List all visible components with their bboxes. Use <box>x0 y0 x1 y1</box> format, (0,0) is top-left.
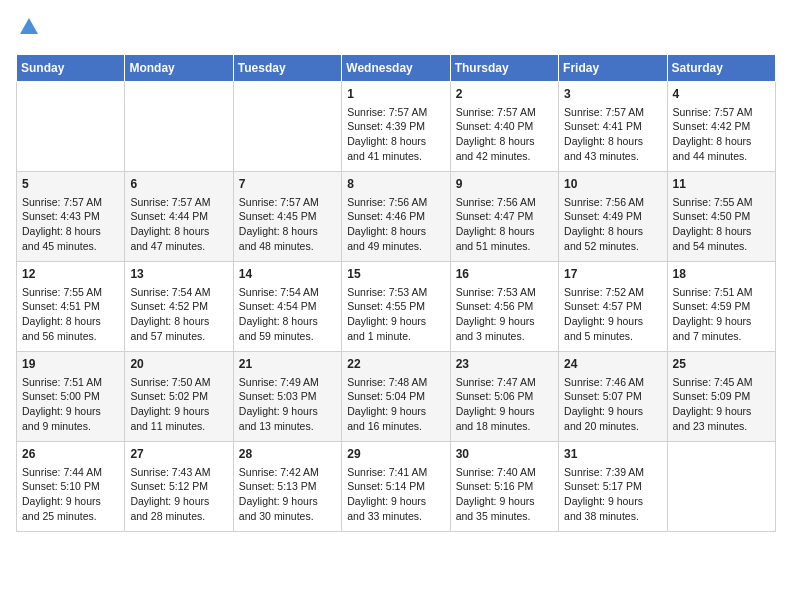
calendar-cell: 8Sunrise: 7:56 AMSunset: 4:46 PMDaylight… <box>342 172 450 262</box>
calendar-cell: 4Sunrise: 7:57 AMSunset: 4:42 PMDaylight… <box>667 82 775 172</box>
day-number: 12 <box>22 266 119 283</box>
calendar-header-row: SundayMondayTuesdayWednesdayThursdayFrid… <box>17 55 776 82</box>
sunset-text: Sunset: 5:04 PM <box>347 390 425 402</box>
daylight-text: Daylight: 8 hours and 41 minutes. <box>347 135 426 162</box>
calendar-cell: 3Sunrise: 7:57 AMSunset: 4:41 PMDaylight… <box>559 82 667 172</box>
daylight-text: Daylight: 9 hours and 38 minutes. <box>564 495 643 522</box>
daylight-text: Daylight: 8 hours and 57 minutes. <box>130 315 209 342</box>
day-number: 13 <box>130 266 227 283</box>
sunrise-text: Sunrise: 7:57 AM <box>456 106 536 118</box>
daylight-text: Daylight: 8 hours and 51 minutes. <box>456 225 535 252</box>
sunrise-text: Sunrise: 7:57 AM <box>564 106 644 118</box>
sunset-text: Sunset: 4:42 PM <box>673 120 751 132</box>
calendar-cell: 9Sunrise: 7:56 AMSunset: 4:47 PMDaylight… <box>450 172 558 262</box>
calendar-cell: 12Sunrise: 7:55 AMSunset: 4:51 PMDayligh… <box>17 262 125 352</box>
daylight-text: Daylight: 9 hours and 28 minutes. <box>130 495 209 522</box>
column-header-thursday: Thursday <box>450 55 558 82</box>
day-number: 8 <box>347 176 444 193</box>
calendar-cell <box>233 82 341 172</box>
day-number: 4 <box>673 86 770 103</box>
daylight-text: Daylight: 8 hours and 44 minutes. <box>673 135 752 162</box>
daylight-text: Daylight: 9 hours and 33 minutes. <box>347 495 426 522</box>
day-number: 31 <box>564 446 661 463</box>
day-number: 17 <box>564 266 661 283</box>
sunset-text: Sunset: 4:56 PM <box>456 300 534 312</box>
sunrise-text: Sunrise: 7:53 AM <box>347 286 427 298</box>
daylight-text: Daylight: 9 hours and 16 minutes. <box>347 405 426 432</box>
day-number: 21 <box>239 356 336 373</box>
calendar-cell: 11Sunrise: 7:55 AMSunset: 4:50 PMDayligh… <box>667 172 775 262</box>
sunset-text: Sunset: 5:14 PM <box>347 480 425 492</box>
calendar-cell: 7Sunrise: 7:57 AMSunset: 4:45 PMDaylight… <box>233 172 341 262</box>
sunrise-text: Sunrise: 7:56 AM <box>564 196 644 208</box>
sunset-text: Sunset: 5:13 PM <box>239 480 317 492</box>
daylight-text: Daylight: 8 hours and 45 minutes. <box>22 225 101 252</box>
sunrise-text: Sunrise: 7:46 AM <box>564 376 644 388</box>
sunset-text: Sunset: 5:17 PM <box>564 480 642 492</box>
sunrise-text: Sunrise: 7:57 AM <box>239 196 319 208</box>
sunset-text: Sunset: 4:59 PM <box>673 300 751 312</box>
day-number: 14 <box>239 266 336 283</box>
calendar-cell: 18Sunrise: 7:51 AMSunset: 4:59 PMDayligh… <box>667 262 775 352</box>
sunrise-text: Sunrise: 7:43 AM <box>130 466 210 478</box>
sunset-text: Sunset: 4:46 PM <box>347 210 425 222</box>
day-number: 16 <box>456 266 553 283</box>
sunrise-text: Sunrise: 7:48 AM <box>347 376 427 388</box>
sunset-text: Sunset: 4:54 PM <box>239 300 317 312</box>
daylight-text: Daylight: 9 hours and 5 minutes. <box>564 315 643 342</box>
sunset-text: Sunset: 4:40 PM <box>456 120 534 132</box>
sunrise-text: Sunrise: 7:57 AM <box>673 106 753 118</box>
sunrise-text: Sunrise: 7:57 AM <box>22 196 102 208</box>
sunset-text: Sunset: 5:02 PM <box>130 390 208 402</box>
sunset-text: Sunset: 5:00 PM <box>22 390 100 402</box>
calendar-cell: 16Sunrise: 7:53 AMSunset: 4:56 PMDayligh… <box>450 262 558 352</box>
day-number: 19 <box>22 356 119 373</box>
day-number: 30 <box>456 446 553 463</box>
sunset-text: Sunset: 4:43 PM <box>22 210 100 222</box>
daylight-text: Daylight: 9 hours and 9 minutes. <box>22 405 101 432</box>
sunrise-text: Sunrise: 7:51 AM <box>22 376 102 388</box>
daylight-text: Daylight: 9 hours and 7 minutes. <box>673 315 752 342</box>
sunrise-text: Sunrise: 7:54 AM <box>130 286 210 298</box>
calendar-cell: 13Sunrise: 7:54 AMSunset: 4:52 PMDayligh… <box>125 262 233 352</box>
day-number: 20 <box>130 356 227 373</box>
sunrise-text: Sunrise: 7:50 AM <box>130 376 210 388</box>
daylight-text: Daylight: 9 hours and 20 minutes. <box>564 405 643 432</box>
daylight-text: Daylight: 8 hours and 43 minutes. <box>564 135 643 162</box>
sunrise-text: Sunrise: 7:44 AM <box>22 466 102 478</box>
day-number: 9 <box>456 176 553 193</box>
day-number: 22 <box>347 356 444 373</box>
column-header-monday: Monday <box>125 55 233 82</box>
calendar-cell <box>125 82 233 172</box>
day-number: 1 <box>347 86 444 103</box>
sunset-text: Sunset: 4:41 PM <box>564 120 642 132</box>
calendar-cell: 2Sunrise: 7:57 AMSunset: 4:40 PMDaylight… <box>450 82 558 172</box>
column-header-friday: Friday <box>559 55 667 82</box>
daylight-text: Daylight: 8 hours and 42 minutes. <box>456 135 535 162</box>
day-number: 23 <box>456 356 553 373</box>
sunrise-text: Sunrise: 7:45 AM <box>673 376 753 388</box>
logo-icon <box>18 16 40 42</box>
page-header <box>16 16 776 42</box>
column-header-tuesday: Tuesday <box>233 55 341 82</box>
sunset-text: Sunset: 4:52 PM <box>130 300 208 312</box>
sunrise-text: Sunrise: 7:41 AM <box>347 466 427 478</box>
sunrise-text: Sunrise: 7:55 AM <box>22 286 102 298</box>
sunrise-text: Sunrise: 7:56 AM <box>456 196 536 208</box>
calendar-cell: 5Sunrise: 7:57 AMSunset: 4:43 PMDaylight… <box>17 172 125 262</box>
sunset-text: Sunset: 4:50 PM <box>673 210 751 222</box>
day-number: 3 <box>564 86 661 103</box>
calendar-cell: 6Sunrise: 7:57 AMSunset: 4:44 PMDaylight… <box>125 172 233 262</box>
sunset-text: Sunset: 4:57 PM <box>564 300 642 312</box>
calendar-week-row: 19Sunrise: 7:51 AMSunset: 5:00 PMDayligh… <box>17 352 776 442</box>
sunrise-text: Sunrise: 7:42 AM <box>239 466 319 478</box>
column-header-saturday: Saturday <box>667 55 775 82</box>
day-number: 6 <box>130 176 227 193</box>
calendar-cell: 22Sunrise: 7:48 AMSunset: 5:04 PMDayligh… <box>342 352 450 442</box>
calendar-week-row: 1Sunrise: 7:57 AMSunset: 4:39 PMDaylight… <box>17 82 776 172</box>
day-number: 5 <box>22 176 119 193</box>
daylight-text: Daylight: 8 hours and 49 minutes. <box>347 225 426 252</box>
sunset-text: Sunset: 4:49 PM <box>564 210 642 222</box>
sunrise-text: Sunrise: 7:52 AM <box>564 286 644 298</box>
calendar-cell: 26Sunrise: 7:44 AMSunset: 5:10 PMDayligh… <box>17 442 125 532</box>
